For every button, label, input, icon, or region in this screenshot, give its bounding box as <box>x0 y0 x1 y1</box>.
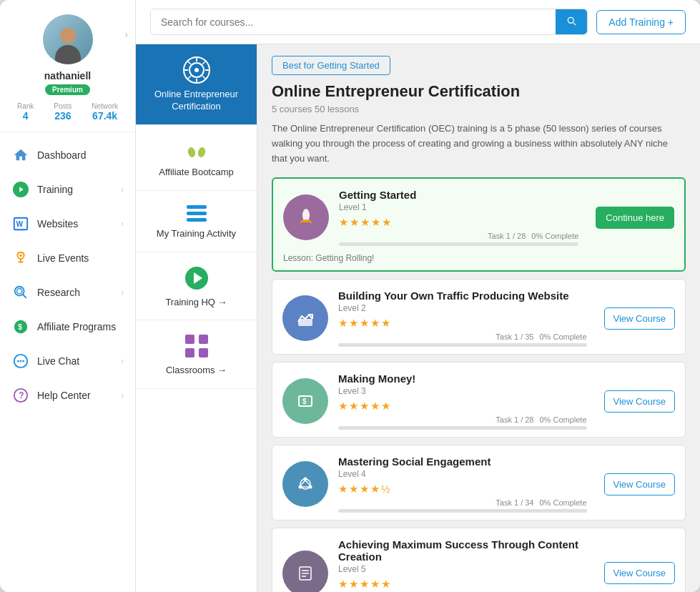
action-col-5: View Course <box>604 562 675 584</box>
view-course-button-level-2[interactable]: View Course <box>604 307 675 330</box>
sidebar-item-research[interactable]: Research › <box>0 275 135 310</box>
best-for-getting-started-tag[interactable]: Best for Getting Started <box>272 56 390 75</box>
sidebar-item-training[interactable]: Training › <box>0 172 135 207</box>
svg-line-10 <box>23 295 26 298</box>
course-card-level-1: Getting Started Level 1 ★★★★★ Task 1 / 2… <box>272 177 686 272</box>
search-button[interactable] <box>556 9 587 34</box>
view-course-button-level-4[interactable]: View Course <box>604 473 675 495</box>
view-course-button-level-5[interactable]: View Course <box>604 562 675 584</box>
bootcamp-label: Affiliate Bootcamp <box>159 167 234 179</box>
svg-point-43 <box>302 219 310 222</box>
star-full-icon: ★ <box>381 400 390 413</box>
svg-rect-32 <box>187 205 207 209</box>
course-thumb-3: $ <box>282 378 328 424</box>
star-half-icon: ½ <box>381 483 390 495</box>
help-center-icon: ? <box>11 386 30 405</box>
task-progress-row-3: Task 1 / 28 0% Complete <box>338 415 587 424</box>
progress-label-2: 0% Complete <box>539 332 586 341</box>
sidebar-item-live-chat[interactable]: Live Chat › <box>0 344 135 378</box>
star-full-icon: ★ <box>381 578 390 591</box>
bootcamp-icon <box>184 137 209 162</box>
stars-1: ★★★★★ <box>339 216 578 229</box>
view-course-button-level-3[interactable]: View Course <box>604 390 675 413</box>
svg-point-5 <box>19 255 22 257</box>
star-full-icon: ★ <box>338 483 347 495</box>
sidebar-item-live-events[interactable]: Live Events <box>0 241 135 275</box>
sidebar-item-live-events-label: Live Events <box>37 252 124 264</box>
thumb-content-icon <box>293 561 317 586</box>
sidebar-item-help-center-label: Help Center <box>37 390 121 401</box>
oec-label: Online Entrepreneur Certification <box>143 89 250 113</box>
training-item-classrooms[interactable]: Classrooms → <box>136 320 257 389</box>
websites-icon: W <box>11 214 30 233</box>
course-card-level-2: Building Your Own Traffic Producing Webs… <box>272 279 686 355</box>
username: nathaniell <box>44 70 91 82</box>
course-info-3: Making Money! Level 3 ★★★★★ Task 1 / 28 … <box>338 373 587 430</box>
sidebar-profile: › nathaniell Premium Rank 4 Posts 236 Ne… <box>0 0 135 132</box>
svg-point-51 <box>293 472 317 496</box>
research-icon <box>11 283 30 302</box>
sidebar-item-dashboard[interactable]: Dashboard <box>0 138 135 172</box>
progress-label-1: 0% Complete <box>531 232 578 240</box>
stat-rank-value: 4 <box>23 110 29 122</box>
sidebar-item-websites[interactable]: W Websites › <box>0 207 135 241</box>
star-full-icon: ★ <box>360 317 369 330</box>
svg-text:?: ? <box>19 390 24 400</box>
task-label-4: Task 1 / 34 <box>496 498 533 507</box>
training-sidebar: Online Entrepreneur Certification Affili… <box>136 44 257 592</box>
svg-rect-47 <box>298 319 312 326</box>
star-full-icon: ★ <box>370 578 380 591</box>
svg-text:$: $ <box>18 323 22 331</box>
lesson-label-1: Lesson: Getting Rolling! <box>273 253 684 270</box>
progress-bar-3 <box>338 426 587 430</box>
star-full-icon: ★ <box>370 483 380 495</box>
course-title: Online Entrepreneur Certification <box>272 82 686 101</box>
live-chat-icon <box>11 352 30 370</box>
star-full-icon: ★ <box>338 578 347 591</box>
svg-rect-39 <box>185 348 194 357</box>
add-training-button[interactable]: Add Training + <box>596 10 686 34</box>
svg-point-16 <box>22 360 24 362</box>
svg-point-55 <box>299 485 302 489</box>
app-container: › nathaniell Premium Rank 4 Posts 236 Ne… <box>0 0 700 592</box>
stat-posts: Posts 236 <box>54 102 72 122</box>
stat-rank: Rank 4 <box>17 102 34 122</box>
course-info-1: Getting Started Level 1 ★★★★★ Task 1 / 2… <box>339 189 578 246</box>
training-item-my-training[interactable]: My Training Activity <box>136 191 257 252</box>
sidebar-item-dashboard-label: Dashboard <box>37 149 124 161</box>
stat-posts-value: 236 <box>54 110 71 122</box>
sidebar-item-live-chat-label: Live Chat <box>37 355 121 367</box>
sidebar-item-affiliate-programs-label: Affiliate Programs <box>37 321 124 332</box>
star-full-icon: ★ <box>381 317 390 330</box>
star-full-icon: ★ <box>349 483 358 495</box>
content-area: Online Entrepreneur Certification Affili… <box>136 44 700 592</box>
task-progress-row-2: Task 1 / 35 0% Complete <box>338 332 587 341</box>
stars-4: ★★★★½ <box>338 483 587 495</box>
star-full-icon: ★ <box>339 216 348 229</box>
search-input[interactable] <box>151 11 556 34</box>
sidebar-item-websites-label: Websites <box>37 218 121 230</box>
course-thumb-4 <box>282 461 328 507</box>
sidebar-item-help-center[interactable]: ? Help Center › <box>0 378 135 413</box>
star-full-icon: ★ <box>350 216 359 229</box>
action-col-4: View Course <box>604 473 675 495</box>
continue-button-level-1[interactable]: Continue here <box>596 207 674 229</box>
avatar[interactable] <box>43 14 93 64</box>
course-meta: 5 courses 50 lessons <box>272 104 686 114</box>
training-item-oec[interactable]: Online Entrepreneur Certification <box>136 44 257 125</box>
my-training-label: My Training Activity <box>157 228 236 240</box>
training-item-bootcamp[interactable]: Affiliate Bootcamp <box>136 125 257 191</box>
sidebar-nav: Dashboard Training › W Websites › <box>0 132 135 592</box>
star-full-icon: ★ <box>382 216 391 229</box>
svg-line-29 <box>187 76 191 79</box>
svg-point-30 <box>187 147 196 158</box>
stat-rank-label: Rank <box>17 102 34 110</box>
task-label-2: Task 1 / 35 <box>496 332 533 341</box>
classrooms-icon <box>182 332 211 360</box>
star-full-icon: ★ <box>360 216 370 229</box>
sidebar-item-affiliate-programs[interactable]: $ Affiliate Programs <box>0 310 135 344</box>
star-full-icon: ★ <box>370 400 380 413</box>
websites-chevron-icon: › <box>121 219 124 229</box>
training-item-hq[interactable]: Training HQ → <box>136 252 257 321</box>
svg-text:W: W <box>16 220 24 228</box>
